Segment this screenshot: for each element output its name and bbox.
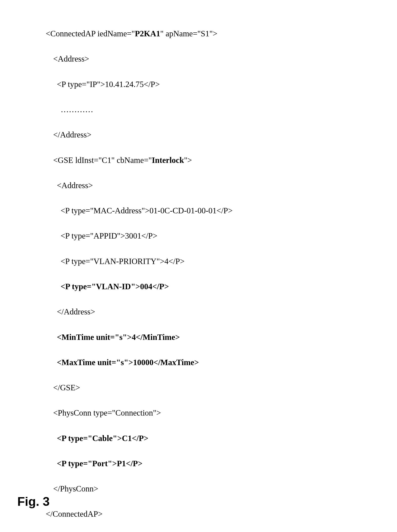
figure-label: Fig. 3 <box>17 494 50 509</box>
line: <P type="MAC-Address">01-0C-CD-01-00-01<… <box>46 204 233 217</box>
line: <P type="Port">P1</P> <box>46 457 233 470</box>
line: </Address> <box>46 306 233 318</box>
line: <MaxTime unit="s">10000</MaxTime> <box>46 356 233 369</box>
line: <Address> <box>46 179 233 192</box>
line: </GSE> <box>46 381 233 394</box>
line: <GSE ldInst="C1" cbName="Interlock"> <box>46 154 233 167</box>
line: </Address> <box>46 129 233 141</box>
line: <ConnectedAP iedName="P2KA1" apName="S1"… <box>46 27 233 40</box>
line: </PhysConn> <box>46 483 233 495</box>
line: <P type="Cable">C1</P> <box>46 432 233 445</box>
line: <PhysConn type="Connection"> <box>46 407 233 419</box>
line: <P type="IP">10.41.24.75</P> <box>46 78 233 91</box>
line: <Address> <box>46 53 233 65</box>
xml-code: <ConnectedAP iedName="P2KA1" apName="S1"… <box>46 15 233 532</box>
line: <MinTime unit="s">4</MinTime> <box>46 331 233 344</box>
line: <P type="APPID">3001</P> <box>46 230 233 242</box>
line: </ConnectedAP> <box>46 508 233 520</box>
line: <P type="VLAN-ID">004</P> <box>46 280 233 293</box>
line: ………… <box>46 103 233 116</box>
line: <P type="VLAN-PRIORITY">4</P> <box>46 255 233 268</box>
